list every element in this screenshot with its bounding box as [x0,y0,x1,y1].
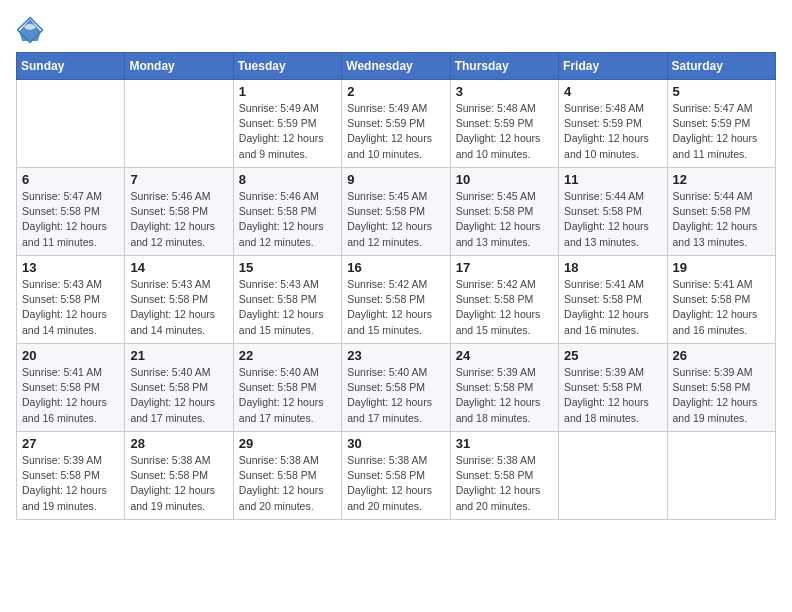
day-number: 4 [564,84,661,99]
page-header [16,16,776,44]
day-number: 18 [564,260,661,275]
day-info: Sunrise: 5:43 AM Sunset: 5:58 PM Dayligh… [239,277,336,338]
day-info: Sunrise: 5:41 AM Sunset: 5:58 PM Dayligh… [564,277,661,338]
day-number: 1 [239,84,336,99]
day-number: 2 [347,84,444,99]
calendar-cell: 3Sunrise: 5:48 AM Sunset: 5:59 PM Daylig… [450,80,558,168]
day-number: 25 [564,348,661,363]
column-header-wednesday: Wednesday [342,53,450,80]
day-info: Sunrise: 5:38 AM Sunset: 5:58 PM Dayligh… [347,453,444,514]
day-info: Sunrise: 5:43 AM Sunset: 5:58 PM Dayligh… [130,277,227,338]
day-number: 20 [22,348,119,363]
day-info: Sunrise: 5:39 AM Sunset: 5:58 PM Dayligh… [22,453,119,514]
day-info: Sunrise: 5:44 AM Sunset: 5:58 PM Dayligh… [673,189,770,250]
day-number: 31 [456,436,553,451]
day-info: Sunrise: 5:47 AM Sunset: 5:58 PM Dayligh… [22,189,119,250]
day-info: Sunrise: 5:39 AM Sunset: 5:58 PM Dayligh… [564,365,661,426]
calendar-week-row: 13Sunrise: 5:43 AM Sunset: 5:58 PM Dayli… [17,256,776,344]
calendar-cell [559,432,667,520]
calendar-cell: 31Sunrise: 5:38 AM Sunset: 5:58 PM Dayli… [450,432,558,520]
calendar-cell: 4Sunrise: 5:48 AM Sunset: 5:59 PM Daylig… [559,80,667,168]
day-number: 26 [673,348,770,363]
day-info: Sunrise: 5:40 AM Sunset: 5:58 PM Dayligh… [347,365,444,426]
calendar-cell: 2Sunrise: 5:49 AM Sunset: 5:59 PM Daylig… [342,80,450,168]
day-info: Sunrise: 5:48 AM Sunset: 5:59 PM Dayligh… [456,101,553,162]
day-number: 30 [347,436,444,451]
day-info: Sunrise: 5:39 AM Sunset: 5:58 PM Dayligh… [456,365,553,426]
day-number: 22 [239,348,336,363]
calendar-cell: 13Sunrise: 5:43 AM Sunset: 5:58 PM Dayli… [17,256,125,344]
calendar-cell: 21Sunrise: 5:40 AM Sunset: 5:58 PM Dayli… [125,344,233,432]
day-info: Sunrise: 5:42 AM Sunset: 5:58 PM Dayligh… [456,277,553,338]
day-info: Sunrise: 5:48 AM Sunset: 5:59 PM Dayligh… [564,101,661,162]
calendar-cell: 9Sunrise: 5:45 AM Sunset: 5:58 PM Daylig… [342,168,450,256]
day-number: 16 [347,260,444,275]
day-info: Sunrise: 5:42 AM Sunset: 5:58 PM Dayligh… [347,277,444,338]
calendar-cell: 16Sunrise: 5:42 AM Sunset: 5:58 PM Dayli… [342,256,450,344]
logo [16,16,48,44]
calendar-header-row: SundayMondayTuesdayWednesdayThursdayFrid… [17,53,776,80]
day-number: 12 [673,172,770,187]
calendar-cell: 12Sunrise: 5:44 AM Sunset: 5:58 PM Dayli… [667,168,775,256]
calendar-cell: 30Sunrise: 5:38 AM Sunset: 5:58 PM Dayli… [342,432,450,520]
calendar-cell: 24Sunrise: 5:39 AM Sunset: 5:58 PM Dayli… [450,344,558,432]
calendar-week-row: 1Sunrise: 5:49 AM Sunset: 5:59 PM Daylig… [17,80,776,168]
day-number: 15 [239,260,336,275]
calendar-week-row: 6Sunrise: 5:47 AM Sunset: 5:58 PM Daylig… [17,168,776,256]
day-info: Sunrise: 5:40 AM Sunset: 5:58 PM Dayligh… [130,365,227,426]
calendar-cell: 22Sunrise: 5:40 AM Sunset: 5:58 PM Dayli… [233,344,341,432]
column-header-saturday: Saturday [667,53,775,80]
calendar-cell: 28Sunrise: 5:38 AM Sunset: 5:58 PM Dayli… [125,432,233,520]
column-header-sunday: Sunday [17,53,125,80]
day-info: Sunrise: 5:47 AM Sunset: 5:59 PM Dayligh… [673,101,770,162]
day-info: Sunrise: 5:38 AM Sunset: 5:58 PM Dayligh… [130,453,227,514]
calendar-week-row: 20Sunrise: 5:41 AM Sunset: 5:58 PM Dayli… [17,344,776,432]
column-header-monday: Monday [125,53,233,80]
calendar-cell [17,80,125,168]
day-info: Sunrise: 5:45 AM Sunset: 5:58 PM Dayligh… [456,189,553,250]
day-info: Sunrise: 5:38 AM Sunset: 5:58 PM Dayligh… [456,453,553,514]
day-number: 3 [456,84,553,99]
calendar-cell: 23Sunrise: 5:40 AM Sunset: 5:58 PM Dayli… [342,344,450,432]
day-info: Sunrise: 5:40 AM Sunset: 5:58 PM Dayligh… [239,365,336,426]
column-header-thursday: Thursday [450,53,558,80]
day-number: 17 [456,260,553,275]
calendar-cell: 8Sunrise: 5:46 AM Sunset: 5:58 PM Daylig… [233,168,341,256]
calendar-cell: 14Sunrise: 5:43 AM Sunset: 5:58 PM Dayli… [125,256,233,344]
day-info: Sunrise: 5:46 AM Sunset: 5:58 PM Dayligh… [239,189,336,250]
day-number: 27 [22,436,119,451]
day-number: 29 [239,436,336,451]
day-info: Sunrise: 5:49 AM Sunset: 5:59 PM Dayligh… [347,101,444,162]
day-info: Sunrise: 5:45 AM Sunset: 5:58 PM Dayligh… [347,189,444,250]
day-number: 14 [130,260,227,275]
calendar-cell: 5Sunrise: 5:47 AM Sunset: 5:59 PM Daylig… [667,80,775,168]
calendar-cell: 11Sunrise: 5:44 AM Sunset: 5:58 PM Dayli… [559,168,667,256]
calendar-cell: 19Sunrise: 5:41 AM Sunset: 5:58 PM Dayli… [667,256,775,344]
day-number: 13 [22,260,119,275]
day-number: 6 [22,172,119,187]
calendar-cell: 6Sunrise: 5:47 AM Sunset: 5:58 PM Daylig… [17,168,125,256]
day-info: Sunrise: 5:44 AM Sunset: 5:58 PM Dayligh… [564,189,661,250]
day-info: Sunrise: 5:43 AM Sunset: 5:58 PM Dayligh… [22,277,119,338]
day-number: 24 [456,348,553,363]
calendar-cell: 26Sunrise: 5:39 AM Sunset: 5:58 PM Dayli… [667,344,775,432]
calendar-cell: 27Sunrise: 5:39 AM Sunset: 5:58 PM Dayli… [17,432,125,520]
calendar-cell: 18Sunrise: 5:41 AM Sunset: 5:58 PM Dayli… [559,256,667,344]
day-info: Sunrise: 5:46 AM Sunset: 5:58 PM Dayligh… [130,189,227,250]
day-info: Sunrise: 5:39 AM Sunset: 5:58 PM Dayligh… [673,365,770,426]
calendar-cell: 20Sunrise: 5:41 AM Sunset: 5:58 PM Dayli… [17,344,125,432]
day-number: 19 [673,260,770,275]
day-number: 5 [673,84,770,99]
column-header-friday: Friday [559,53,667,80]
column-header-tuesday: Tuesday [233,53,341,80]
calendar-cell [125,80,233,168]
calendar-table: SundayMondayTuesdayWednesdayThursdayFrid… [16,52,776,520]
day-number: 9 [347,172,444,187]
day-info: Sunrise: 5:41 AM Sunset: 5:58 PM Dayligh… [22,365,119,426]
calendar-cell: 17Sunrise: 5:42 AM Sunset: 5:58 PM Dayli… [450,256,558,344]
calendar-cell: 15Sunrise: 5:43 AM Sunset: 5:58 PM Dayli… [233,256,341,344]
day-info: Sunrise: 5:38 AM Sunset: 5:58 PM Dayligh… [239,453,336,514]
day-number: 11 [564,172,661,187]
day-number: 21 [130,348,227,363]
logo-icon [16,16,44,44]
